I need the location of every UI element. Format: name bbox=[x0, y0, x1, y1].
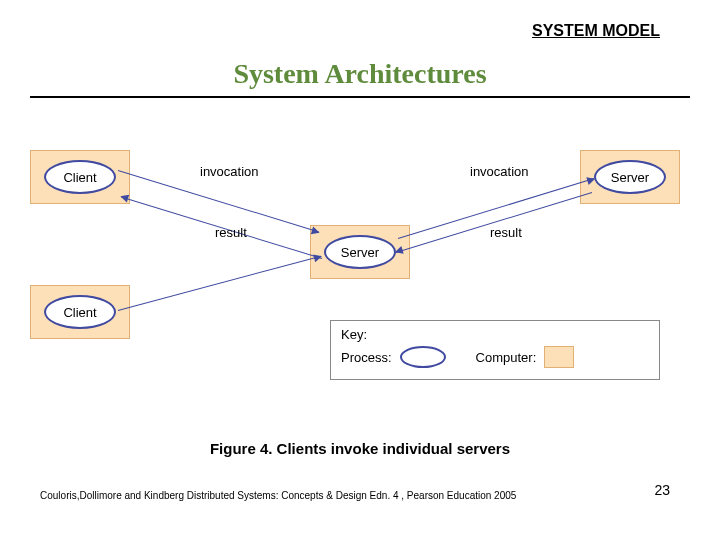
label-invocation: invocation bbox=[470, 164, 529, 179]
legend-computer-label: Computer: bbox=[476, 350, 537, 365]
page-number: 23 bbox=[654, 482, 670, 498]
node-label: Client bbox=[63, 170, 96, 185]
diagram: Client Client Server Server invocation r… bbox=[30, 130, 690, 390]
node-label: Server bbox=[611, 170, 649, 185]
arrow-icon bbox=[396, 192, 592, 253]
process-client1: Client bbox=[44, 160, 116, 194]
citation: Couloris,Dollimore and Kindberg Distribu… bbox=[40, 490, 516, 501]
node-label: Server bbox=[341, 245, 379, 260]
legend-process-label: Process: bbox=[341, 350, 392, 365]
arrow-icon bbox=[118, 170, 319, 232]
page-title: System Architectures bbox=[0, 58, 720, 90]
process-client2: Client bbox=[44, 295, 116, 329]
ellipse-icon bbox=[400, 346, 446, 368]
figure-caption: Figure 4. Clients invoke individual serv… bbox=[0, 440, 720, 457]
legend-title: Key: bbox=[341, 327, 649, 342]
label-result: result bbox=[490, 225, 522, 240]
label-invocation: invocation bbox=[200, 164, 259, 179]
square-icon bbox=[544, 346, 574, 368]
process-server-center: Server bbox=[324, 235, 396, 269]
arrow-icon bbox=[118, 256, 321, 311]
process-server-right: Server bbox=[594, 160, 666, 194]
node-label: Client bbox=[63, 305, 96, 320]
title-rule bbox=[30, 96, 690, 98]
label-result: result bbox=[215, 225, 247, 240]
legend-box: Key: Process: Computer: bbox=[330, 320, 660, 380]
header-label: SYSTEM MODEL bbox=[532, 22, 660, 40]
